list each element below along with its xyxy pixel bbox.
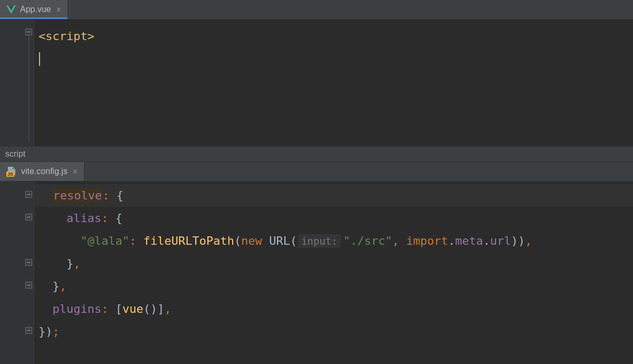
code-line[interactable]: <script> [34, 25, 633, 47]
code-line[interactable]: resolve: { [34, 184, 633, 207]
fold-handle[interactable] [25, 259, 32, 266]
breadcrumb-item[interactable]: script [5, 149, 25, 159]
tab-label: App.vue [20, 5, 51, 14]
code-line[interactable]: alias: { [34, 207, 633, 229]
editor-pane-top: <script> [0, 20, 633, 146]
close-icon[interactable]: × [72, 167, 79, 176]
close-icon[interactable]: × [55, 5, 62, 14]
code-line-cursor[interactable] [34, 47, 633, 70]
fold-handle[interactable] [25, 214, 32, 221]
top-tab-bar: App.vue × [0, 0, 633, 20]
fold-handle[interactable] [25, 327, 32, 334]
gutter-bottom[interactable] [0, 181, 34, 364]
js-file-icon: JS [6, 167, 17, 176]
editor-pane-bottom: resolve: { alias: { "@lala": fileURLToPa… [0, 181, 633, 364]
tab-app-vue[interactable]: App.vue × [0, 0, 68, 19]
code-area-top[interactable]: <script> [34, 20, 633, 146]
code-line[interactable]: plugins: [vue()], [34, 298, 633, 320]
code-line[interactable]: }, [34, 275, 633, 298]
vue-icon [6, 5, 16, 14]
fold-handle[interactable] [25, 191, 32, 198]
tab-label: vite.config.js [21, 167, 68, 176]
code-line[interactable]: "@lala": fileURLToPath(new URL(input:"./… [34, 229, 633, 252]
parameter-hint: input: [298, 234, 341, 248]
fold-handle[interactable] [25, 282, 32, 289]
code-area-bottom[interactable]: resolve: { alias: { "@lala": fileURLToPa… [34, 181, 633, 364]
fold-line [28, 35, 29, 141]
bottom-tab-bar: JS vite.config.js × [0, 162, 633, 181]
fold-handle[interactable] [25, 28, 32, 35]
tab-vite-config[interactable]: JS vite.config.js × [0, 162, 84, 181]
code-line[interactable]: }); [34, 320, 633, 343]
code-line[interactable]: }, [34, 252, 633, 275]
gutter-top[interactable] [0, 20, 34, 146]
breadcrumb[interactable]: script [0, 146, 633, 162]
text-cursor [39, 52, 40, 66]
